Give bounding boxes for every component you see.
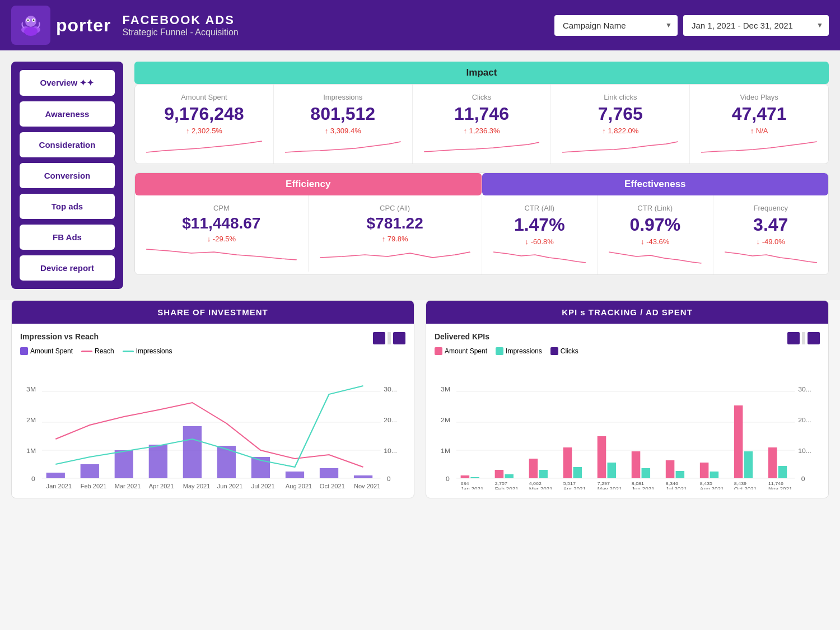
svg-rect-24 bbox=[183, 426, 202, 478]
svg-rect-27 bbox=[286, 472, 304, 478]
metric-value-cpc-all: $781.22 bbox=[320, 214, 470, 232]
metric-change-video-plays: ↑ N/A bbox=[701, 127, 817, 135]
svg-rect-55 bbox=[563, 447, 572, 478]
svg-text:Jul 2021: Jul 2021 bbox=[251, 483, 275, 489]
metric-value-ctr-link: 0.97% bbox=[609, 214, 702, 235]
svg-rect-57 bbox=[632, 451, 641, 478]
main-title: FACEBOOK ADS bbox=[122, 13, 238, 27]
svg-rect-71 bbox=[778, 466, 787, 478]
svg-text:2,757: 2,757 bbox=[495, 480, 508, 486]
sparkline-link-clicks bbox=[562, 138, 678, 155]
metric-label-clicks: Clicks bbox=[424, 93, 540, 101]
svg-text:2M: 2M bbox=[26, 417, 36, 423]
svg-text:11,746: 11,746 bbox=[768, 480, 783, 486]
kpi-legend-box-impressions bbox=[496, 347, 503, 355]
svg-text:10...: 10... bbox=[384, 447, 397, 454]
legend-label-impressions: Impressions bbox=[136, 347, 172, 355]
svg-text:Mar 2021: Mar 2021 bbox=[115, 483, 141, 489]
logo-box bbox=[11, 6, 50, 45]
metric-value-frequency: 3.47 bbox=[725, 214, 818, 235]
metric-change-clicks: ↑ 1,236.3% bbox=[424, 127, 540, 135]
metric-cpc-all: CPC (All) $781.22 ↑ 79.8% bbox=[309, 195, 482, 272]
soi-ctrl-2[interactable] bbox=[393, 332, 405, 344]
sparkline-frequency bbox=[725, 249, 818, 266]
share-of-investment-body: Impression vs Reach Amount Spent Reach bbox=[12, 324, 414, 498]
kpi-legend-clicks: Clicks bbox=[550, 347, 578, 355]
metric-label-cpm: CPM bbox=[146, 204, 297, 212]
svg-point-7 bbox=[24, 27, 38, 36]
metric-change-ctr-link: ↓ -43.6% bbox=[609, 237, 702, 246]
sparkline-video-plays bbox=[701, 138, 817, 155]
legend-reach: Reach bbox=[81, 347, 114, 355]
svg-text:Nov 2021: Nov 2021 bbox=[354, 483, 381, 489]
svg-rect-20 bbox=[46, 473, 65, 478]
kpi-chart-area: 0 1M 2M 3M 0 10... 20... 30... bbox=[435, 361, 820, 489]
metric-change-amount-spent: ↑ 2,302.5% bbox=[146, 127, 262, 135]
metric-value-clicks: 11,746 bbox=[424, 104, 540, 124]
svg-point-5 bbox=[27, 19, 29, 21]
soi-legend: Amount Spent Reach Impressions bbox=[20, 347, 405, 355]
date-select[interactable]: Jan 1, 2021 - Dec 31, 2021 bbox=[683, 15, 829, 36]
svg-text:0: 0 bbox=[801, 475, 805, 482]
svg-text:Jan 2021: Jan 2021 bbox=[461, 486, 484, 489]
sidebar-item-device-report[interactable]: Device report bbox=[20, 255, 115, 281]
logo-area: porter bbox=[11, 6, 111, 45]
svg-text:20...: 20... bbox=[384, 417, 397, 423]
svg-text:684: 684 bbox=[461, 480, 469, 486]
main-content: Overview ✦✦ Awareness Consideration Conv… bbox=[0, 50, 840, 300]
svg-text:Apr 2021: Apr 2021 bbox=[563, 486, 586, 489]
svg-rect-64 bbox=[539, 470, 548, 478]
svg-text:30...: 30... bbox=[384, 386, 397, 393]
sidebar-item-fb-ads[interactable]: FB Ads bbox=[20, 225, 115, 250]
kpi-ctrl-2[interactable] bbox=[808, 332, 820, 344]
sidebar-item-top-ads[interactable]: Top ads bbox=[20, 194, 115, 219]
kpi-legend-amount-spent: Amount Spent bbox=[435, 347, 487, 355]
svg-text:1M: 1M bbox=[441, 447, 450, 454]
svg-text:1M: 1M bbox=[26, 447, 36, 454]
kpi-ctrl-1[interactable] bbox=[787, 332, 800, 344]
metric-label-ctr-link: CTR (Link) bbox=[609, 204, 702, 212]
sub-title: Strategic Funnel - Acquisition bbox=[122, 27, 238, 38]
kpi-tracking-body: Delivered KPIs Amount Spent Impressions bbox=[426, 324, 828, 498]
svg-text:Nov 2021: Nov 2021 bbox=[768, 486, 792, 489]
svg-rect-56 bbox=[598, 436, 606, 478]
sidebar-item-conversion[interactable]: Conversion bbox=[20, 163, 115, 188]
legend-line-impressions bbox=[123, 351, 134, 352]
eff-row: Efficiency CPM $11,448.67 ↓ -29.5% CP bbox=[134, 172, 829, 275]
sidebar-item-consideration[interactable]: Consideration bbox=[20, 132, 115, 157]
campaign-select-wrapper[interactable]: Campaign Name bbox=[554, 15, 678, 36]
metric-change-cpm: ↓ -29.5% bbox=[146, 235, 297, 243]
date-select-wrapper[interactable]: Jan 1, 2021 - Dec 31, 2021 bbox=[683, 15, 829, 36]
sparkline-amount-spent bbox=[146, 138, 262, 155]
metric-value-video-plays: 47,471 bbox=[701, 104, 817, 124]
svg-rect-53 bbox=[495, 470, 504, 478]
header-controls: Campaign Name Jan 1, 2021 - Dec 31, 2021 bbox=[554, 15, 829, 36]
soi-ctrl-1[interactable] bbox=[373, 332, 385, 344]
sidebar-item-awareness[interactable]: Awareness bbox=[20, 101, 115, 127]
metric-change-frequency: ↓ -49.0% bbox=[725, 237, 818, 246]
campaign-select[interactable]: Campaign Name bbox=[554, 15, 678, 36]
metric-clicks: Clicks 11,746 ↑ 1,236.3% bbox=[413, 85, 552, 164]
metric-label-frequency: Frequency bbox=[725, 204, 818, 212]
svg-text:8,346: 8,346 bbox=[666, 480, 679, 486]
sparkline-ctr-link bbox=[609, 249, 702, 266]
svg-text:5,517: 5,517 bbox=[563, 480, 576, 486]
metric-change-link-clicks: ↑ 1,822.0% bbox=[562, 127, 678, 135]
svg-text:3M: 3M bbox=[26, 386, 36, 393]
svg-point-6 bbox=[32, 19, 34, 21]
svg-rect-60 bbox=[734, 405, 743, 478]
svg-rect-62 bbox=[470, 477, 479, 478]
share-of-investment-header: SHARE OF INVESTMENT bbox=[12, 301, 414, 324]
sidebar-item-overview[interactable]: Overview ✦✦ bbox=[20, 70, 115, 96]
metric-ctr-all: CTR (All) 1.47% ↓ -60.8% bbox=[482, 195, 598, 274]
metric-impressions: Impressions 801,512 ↑ 3,309.4% bbox=[274, 85, 413, 164]
metric-change-cpc-all: ↑ 79.8% bbox=[320, 235, 470, 243]
dashboard: Impact Amount Spent 9,176,248 ↑ 2,302.5% bbox=[134, 62, 829, 289]
svg-rect-67 bbox=[642, 468, 651, 478]
svg-rect-59 bbox=[700, 463, 709, 478]
impact-section: Impact Amount Spent 9,176,248 ↑ 2,302.5% bbox=[134, 62, 829, 164]
metric-frequency: Frequency 3.47 ↓ -49.0% bbox=[713, 195, 829, 274]
svg-rect-23 bbox=[149, 445, 167, 478]
svg-text:8,081: 8,081 bbox=[632, 480, 645, 486]
svg-rect-54 bbox=[529, 459, 538, 478]
